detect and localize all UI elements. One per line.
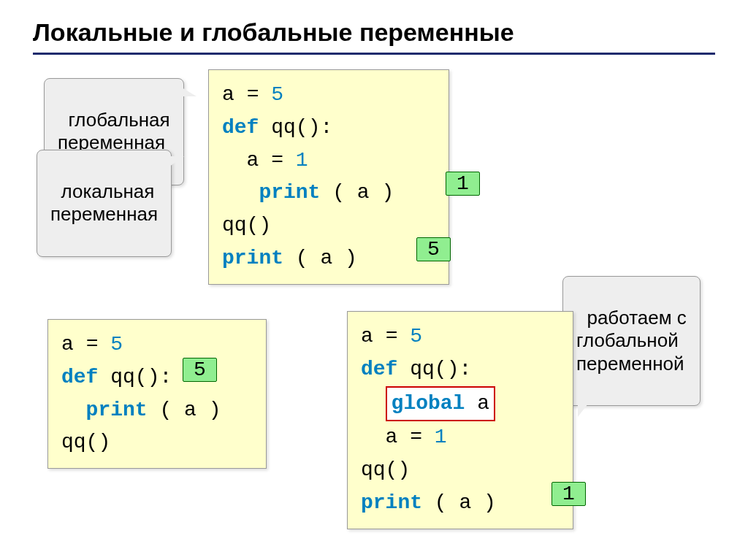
code-token: 1 [435,426,447,448]
code-token: a [222,83,234,106]
code-token: 5 [410,325,422,348]
result-badge-1: 1 [446,172,480,196]
code-token: def [361,358,397,380]
code-token: a [361,325,373,348]
code-token: a [222,149,259,172]
code-token: 1 [296,149,308,172]
result-badge-5: 5 [416,237,451,261]
code-token: a [61,333,74,356]
slide-title: Локальные и глобальные переменные [33,18,715,55]
callout-text: локальная переменная [50,180,158,225]
code-token: def [61,366,98,388]
code-token: def [222,116,259,139]
code-panel-3: a = 5 def qq(): global a a = 1 qq() prin… [347,311,573,529]
callout-local-variable: локальная переменная [37,150,172,257]
code-token: ( a ) [148,399,221,421]
code-panel-2: a = 5 def qq(): print ( a ) qq() [47,319,267,469]
code-token: print [222,247,283,269]
result-badge-5b: 5 [183,358,217,382]
code-token: 5 [110,333,123,356]
code-token: 5 [271,83,283,106]
callout-work-global: работаем с глобальной переменной [562,276,701,406]
code-token: = [386,325,398,348]
code-token: a [465,392,489,415]
callout-text: работаем с глобальной переменной [576,307,687,374]
code-token: = [271,149,283,172]
result-badge-1b: 1 [552,482,586,506]
code-token: a [361,426,397,448]
code-token: qq(): [98,366,172,388]
code-token: print [222,181,320,204]
global-highlight: global a [386,386,495,422]
code-token: print [361,491,422,514]
code-token: qq() [361,459,410,481]
code-token: = [86,333,99,356]
code-token: qq() [222,214,271,237]
code-token: ( a ) [320,181,394,204]
code-token: ( a ) [283,247,357,269]
code-token: ( a ) [422,491,496,514]
code-panel-1: a = 5 def qq(): a = 1 print ( a ) qq() p… [208,69,449,285]
code-token: qq() [61,431,110,453]
code-token: qq(): [397,358,471,380]
callout-text: глобальная переменная [58,109,170,153]
code-token: = [247,83,259,106]
code-token: = [410,426,422,448]
code-token: qq(): [259,116,332,139]
code-token: global [392,392,465,415]
code-token: print [61,399,148,421]
